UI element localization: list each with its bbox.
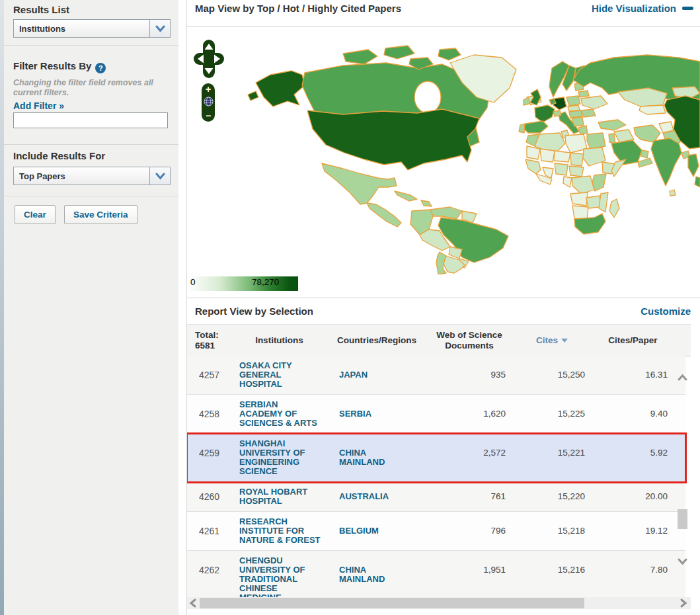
- legend-min-label: 0: [190, 277, 196, 287]
- row-documents: 935: [426, 361, 512, 389]
- main-content: Map View by Top / Hot / Highly Cited Pap…: [187, 0, 700, 615]
- row-rank: 4261: [187, 517, 231, 545]
- filter-note: Changing the filter field removes all cu…: [13, 78, 167, 98]
- row-rank: 4260: [187, 487, 231, 506]
- scroll-right-icon[interactable]: [679, 597, 689, 609]
- row-cites-paper: 20.00: [592, 487, 674, 506]
- sidebar-divider: [4, 196, 178, 196]
- row-institution[interactable]: OSAKA CITY GENERAL HOSPITAL: [231, 361, 327, 389]
- row-documents: 1,951: [426, 556, 512, 597]
- row-cites: 15,216: [512, 556, 592, 597]
- column-header-institutions[interactable]: Institutions: [231, 335, 327, 346]
- row-cites-paper: 9.40: [592, 400, 674, 428]
- filter-input[interactable]: [13, 112, 168, 128]
- row-cites-paper: 7.80: [592, 556, 674, 597]
- row-institution[interactable]: RESEARCH INSTITUTE FOR NATURE & FOREST: [231, 517, 327, 545]
- row-cites: 15,225: [512, 400, 592, 428]
- include-results-title: Include Results For: [13, 150, 105, 161]
- customize-link[interactable]: Customize: [641, 306, 691, 317]
- section-divider: [187, 26, 700, 27]
- minus-icon: [682, 7, 693, 10]
- horizontal-scrollbar[interactable]: [187, 597, 691, 609]
- world-map[interactable]: [244, 36, 700, 274]
- table-row[interactable]: 4257 OSAKA CITY GENERAL HOSPITAL JAPAN 9…: [187, 356, 685, 395]
- table-row[interactable]: 4260 ROYAL HOBART HOSPITAL AUSTRALIA 761…: [187, 482, 685, 512]
- row-documents: 2,572: [426, 439, 512, 476]
- row-rank: 4258: [187, 400, 231, 428]
- sidebar-divider: [4, 45, 178, 46]
- row-cites: 15,221: [512, 439, 592, 476]
- row-country[interactable]: BELGIUM: [327, 517, 426, 545]
- section-divider: [187, 298, 700, 298]
- row-institution[interactable]: CHENGDU UNIVERSITY OF TRADITIONAL CHINES…: [231, 556, 327, 597]
- sort-desc-icon: [561, 339, 568, 343]
- table-body: 4257 OSAKA CITY GENERAL HOSPITAL JAPAN 9…: [187, 356, 691, 597]
- results-list-title: Results List: [13, 4, 69, 15]
- horizontal-scroll-thumb[interactable]: [200, 598, 584, 608]
- map-section-title: Map View by Top / Hot / Highly Cited Pap…: [195, 3, 401, 14]
- scroll-up-icon[interactable]: [677, 372, 688, 384]
- zoom-in-button[interactable]: +: [206, 85, 211, 94]
- include-results-dropdown[interactable]: Top Papers: [13, 167, 171, 185]
- row-cites-paper: 5.92: [592, 439, 674, 476]
- row-documents: 796: [426, 517, 512, 545]
- map-legend: 0 78,270: [188, 276, 298, 291]
- chevron-down-icon[interactable]: [149, 20, 170, 37]
- row-country[interactable]: CHINA MAINLAND: [327, 556, 426, 597]
- clear-button[interactable]: Clear: [15, 205, 56, 224]
- row-cites: 15,250: [512, 361, 592, 389]
- include-results-dropdown-value: Top Papers: [14, 171, 149, 181]
- row-documents: 761: [426, 487, 512, 506]
- row-cites-paper: 16.31: [592, 361, 674, 389]
- table-row[interactable]: 4261 RESEARCH INSTITUTE FOR NATURE & FOR…: [187, 512, 685, 551]
- chevron-down-icon[interactable]: [149, 167, 170, 184]
- hide-visualization-link[interactable]: Hide Visualization: [592, 3, 693, 14]
- add-filter-link[interactable]: Add Filter »: [13, 101, 64, 111]
- scroll-left-icon[interactable]: [188, 597, 199, 609]
- table-header: Total: 6581 Institutions Countries/Regio…: [187, 324, 691, 356]
- sidebar-divider: [4, 144, 178, 145]
- row-country[interactable]: CHINA MAINLAND: [327, 439, 426, 476]
- vertical-scrollbar[interactable]: [677, 360, 688, 592]
- row-institution[interactable]: SERBIAN ACADEMY OF SCIENCES & ARTS: [231, 400, 327, 428]
- table-row[interactable]: 4259 SHANGHAI UNIVERSITY OF ENGINEERING …: [187, 434, 685, 482]
- filter-results-title: Filter Results By?: [13, 60, 106, 73]
- table-row[interactable]: 4262 CHENGDU UNIVERSITY OF TRADITIONAL C…: [187, 551, 685, 597]
- row-cites-paper: 19.12: [592, 517, 674, 545]
- row-country[interactable]: JAPAN: [327, 361, 426, 389]
- sidebar: Results List Institutions Filter Results…: [4, 0, 178, 615]
- row-rank: 4262: [187, 556, 231, 597]
- row-institution[interactable]: SHANGHAI UNIVERSITY OF ENGINEERING SCIEN…: [231, 439, 327, 476]
- map-pan-control[interactable]: [194, 40, 224, 78]
- legend-max-label: 78,270: [252, 277, 279, 287]
- column-header-cites-paper[interactable]: Cites/Paper: [592, 335, 674, 346]
- row-cites: 15,218: [512, 517, 592, 545]
- row-rank: 4259: [187, 439, 231, 476]
- vertical-scroll-thumb[interactable]: [678, 509, 687, 529]
- help-icon[interactable]: ?: [95, 63, 106, 73]
- results-list-dropdown[interactable]: Institutions: [13, 19, 171, 38]
- column-header-documents[interactable]: Web of Science Documents: [426, 330, 512, 351]
- column-header-countries[interactable]: Countries/Regions: [327, 335, 426, 346]
- row-rank: 4257: [187, 361, 231, 389]
- row-cites: 15,220: [512, 487, 592, 506]
- total-header: Total: 6581: [187, 330, 231, 351]
- globe-icon[interactable]: [204, 97, 214, 109]
- row-country[interactable]: SERBIA: [327, 400, 426, 428]
- row-institution[interactable]: ROYAL HOBART HOSPITAL: [231, 487, 327, 506]
- zoom-out-button[interactable]: −: [206, 111, 211, 120]
- save-criteria-button[interactable]: Save Criteria: [64, 205, 137, 224]
- scroll-down-icon[interactable]: [677, 555, 688, 567]
- map-zoom-control: + −: [202, 83, 215, 122]
- column-header-cites[interactable]: Cites: [512, 335, 592, 346]
- row-country[interactable]: AUSTRALIA: [327, 487, 426, 506]
- results-list-dropdown-value: Institutions: [14, 24, 149, 34]
- total-label: Total:: [195, 330, 231, 341]
- row-documents: 1,620: [426, 400, 512, 428]
- total-value: 6581: [195, 341, 231, 351]
- report-section-title: Report View by Selection: [195, 306, 313, 317]
- table-row[interactable]: 4258 SERBIAN ACADEMY OF SCIENCES & ARTS …: [187, 395, 685, 434]
